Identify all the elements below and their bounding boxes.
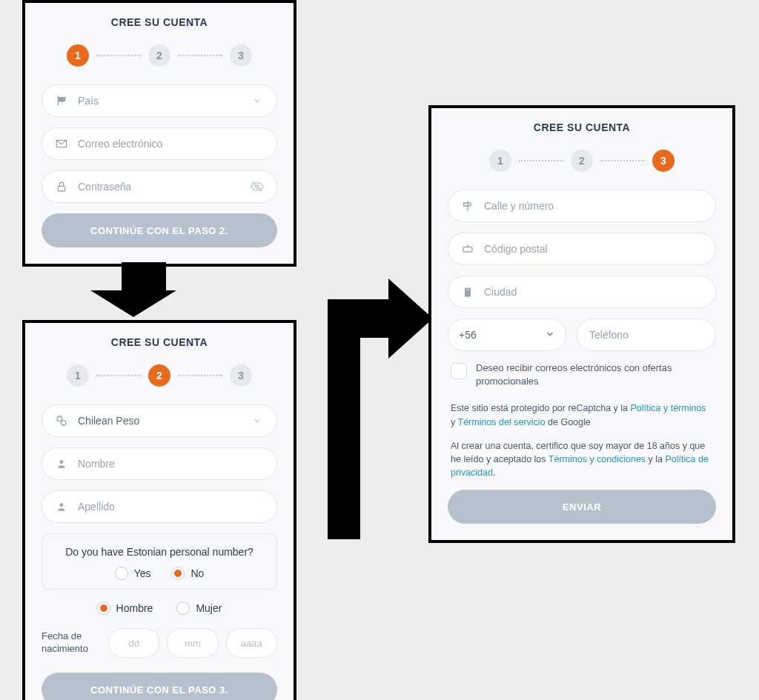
dob-row: Fecha de nacimiento dd mm aaaa	[42, 628, 277, 658]
chevron-down-icon	[250, 96, 265, 106]
gender-male-radio[interactable]: Hombre	[97, 601, 153, 615]
lastname-field[interactable]: Apellido	[42, 490, 277, 523]
signup-step1-card: CREE SU CUENTA 1 2 3 País Correo electró…	[22, 0, 296, 267]
step-1: 1	[489, 150, 511, 172]
card-title: CREE SU CUENTA	[42, 336, 277, 348]
svg-point-3	[57, 416, 62, 421]
step-2: 2	[148, 364, 170, 387]
radio-icon	[115, 567, 128, 580]
radio-icon	[171, 567, 185, 580]
button-label: ENVIAR	[563, 501, 601, 513]
submit-button[interactable]: ENVIAR	[448, 490, 716, 524]
svg-rect-11	[463, 247, 472, 252]
step-line	[519, 160, 563, 161]
radio-label: No	[190, 567, 204, 579]
dob-label: Fecha de nacimiento	[42, 630, 101, 656]
lastname-placeholder: Apellido	[78, 501, 265, 513]
stepper: 1 2 3	[42, 364, 277, 387]
flag-icon	[54, 95, 69, 107]
step-line	[178, 55, 222, 56]
money-icon	[54, 415, 69, 427]
card-title: CREE SU CUENTA	[448, 121, 716, 133]
arrow-right-icon	[314, 250, 433, 542]
step-2: 2	[571, 150, 593, 172]
dob-day-field[interactable]: dd	[108, 628, 159, 658]
promo-checkbox[interactable]	[451, 363, 467, 379]
signup-step3-card: CREE SU CUENTA 1 2 3 Calle y número Códi…	[428, 105, 735, 543]
button-label: CONTINÚE CON EL PASO 2.	[90, 225, 228, 236]
dialcode-value: +56	[459, 329, 545, 341]
currency-select[interactable]: Chilean Peso	[42, 404, 277, 437]
svg-rect-12	[465, 288, 471, 297]
currency-value: Chilean Peso	[78, 415, 250, 427]
dob-year-field[interactable]: aaaa	[226, 628, 277, 658]
street-placeholder: Calle y número	[484, 200, 703, 212]
gender-female-radio[interactable]: Mujer	[176, 601, 222, 615]
recaptcha-legal: Este sitio está protegido por reCaptcha …	[448, 401, 716, 428]
phone-placeholder: Teléfono	[589, 329, 629, 341]
password-field[interactable]: Contraseña	[42, 170, 277, 203]
svg-point-6	[60, 503, 64, 507]
city-field[interactable]: Ciudad	[448, 276, 716, 308]
age-legal: Al crear una cuenta, certifico que soy m…	[448, 439, 716, 479]
estonian-no-radio[interactable]: No	[171, 567, 204, 580]
estonian-question-box: Do you have Estonian personal number? Ye…	[42, 533, 277, 590]
chevron-down-icon	[250, 416, 265, 426]
phone-row: +56 Teléfono	[448, 319, 716, 351]
gender-row: Hombre Mujer	[42, 601, 277, 615]
svg-point-5	[60, 460, 64, 464]
stepper: 1 2 3	[42, 44, 277, 67]
svg-rect-13	[466, 290, 467, 290]
envelope-icon	[54, 138, 69, 150]
svg-rect-14	[468, 290, 469, 290]
signpost-icon	[460, 200, 475, 212]
estonian-yes-radio[interactable]: Yes	[115, 567, 151, 580]
placeholder: aaaa	[241, 638, 262, 649]
policy-terms-link[interactable]: Política y términos	[631, 403, 706, 413]
dialcode-select[interactable]: +56	[448, 319, 566, 351]
firstname-placeholder: Nombre	[78, 458, 265, 470]
svg-point-4	[61, 420, 66, 425]
radio-label: Yes	[134, 567, 151, 579]
dob-month-field[interactable]: mm	[167, 628, 218, 658]
step-1: 1	[67, 44, 89, 67]
svg-rect-0	[58, 186, 64, 191]
promo-checkbox-row: Deseo recibir correos electrónicos con o…	[448, 361, 716, 388]
promo-label: Deseo recibir correos electrónicos con o…	[476, 361, 713, 388]
postal-field[interactable]: Código postal	[448, 233, 716, 265]
password-placeholder: Contraseña	[78, 181, 250, 193]
radio-label: Hombre	[116, 602, 153, 614]
svg-rect-9	[328, 299, 360, 465]
continue-step2-button[interactable]: CONTINÚE CON EL PASO 2.	[42, 213, 277, 247]
card-title: CREE SU CUENTA	[42, 16, 277, 28]
chevron-down-icon	[545, 329, 555, 341]
stepper: 1 2 3	[448, 150, 716, 172]
phone-field[interactable]: Teléfono	[577, 319, 716, 351]
svg-marker-10	[388, 279, 433, 359]
firstname-field[interactable]: Nombre	[42, 447, 277, 480]
continue-step3-button[interactable]: CONTINÚE CON EL PASO 3.	[42, 673, 277, 700]
email-field[interactable]: Correo electrónico	[42, 127, 277, 160]
tos-link[interactable]: Términos del servicio	[458, 417, 546, 427]
signup-step2-card: CREE SU CUENTA 1 2 3 Chilean Peso Nombre	[22, 320, 296, 700]
arrow-down-icon	[111, 262, 176, 317]
step-line	[96, 375, 141, 376]
person-icon	[54, 501, 69, 512]
country-select[interactable]: País	[42, 84, 277, 117]
step-3: 3	[230, 364, 252, 387]
eye-off-icon[interactable]	[250, 180, 265, 193]
button-label: CONTINÚE CON EL PASO 3.	[90, 684, 228, 696]
country-placeholder: País	[78, 95, 250, 107]
email-placeholder: Correo electrónico	[78, 138, 265, 150]
postal-placeholder: Código postal	[484, 243, 703, 255]
lock-icon	[54, 181, 69, 193]
radio-label: Mujer	[196, 602, 222, 614]
mailbox-icon	[460, 243, 475, 255]
terms-link[interactable]: Términos y condiciones	[548, 454, 646, 464]
street-field[interactable]: Calle y número	[448, 190, 716, 222]
city-placeholder: Ciudad	[484, 286, 703, 298]
step-3: 3	[230, 44, 252, 67]
step-line	[178, 375, 222, 376]
building-icon	[460, 286, 475, 298]
step-line	[96, 55, 141, 56]
